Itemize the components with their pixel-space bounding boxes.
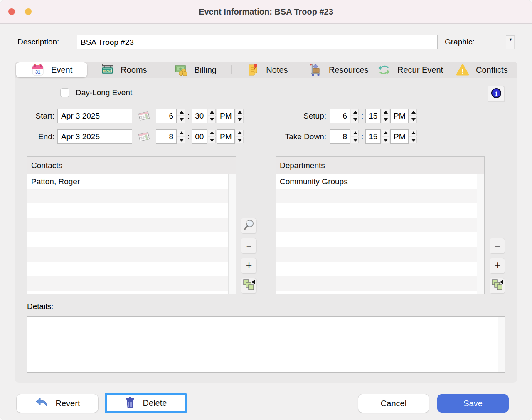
take-down-ampm-field[interactable] [390,129,409,144]
list-item[interactable] [276,247,477,262]
setup-ampm-field[interactable] [390,109,409,123]
list-item[interactable]: Patton, Roger [27,174,228,189]
description-input[interactable] [77,35,438,49]
details-label: Details: [27,302,53,311]
details-textarea[interactable] [27,317,498,372]
details-box [27,316,505,373]
search-contacts-button[interactable] [241,218,257,233]
list-item[interactable]: Community Groups [276,174,477,189]
close-window-button[interactable] [8,8,15,15]
recur-icon [377,63,391,77]
remove-department-button[interactable]: – [490,238,505,253]
delete-button[interactable]: Delete [105,393,187,413]
end-hour-field[interactable] [156,129,177,144]
list-item[interactable] [276,218,477,232]
cancel-button[interactable]: Cancel [358,394,429,413]
setup-hour-stepper[interactable] [351,109,359,123]
setup-minute-field[interactable] [365,109,381,123]
cancel-label: Cancel [381,399,406,408]
setup-minute-stepper[interactable] [382,109,389,123]
save-button[interactable]: Save [437,394,509,413]
take-down-hour-stepper[interactable] [351,129,359,144]
info-icon: i [491,88,502,100]
calendar-icon: 31 [31,63,45,77]
money-icon [174,63,188,77]
take-down-hour-field[interactable] [330,129,350,144]
tab-rooms-label: Rooms [121,65,147,75]
list-item[interactable] [27,291,228,294]
tab-notes-label: Notes [266,65,288,75]
take-down-minute-field[interactable] [365,129,381,144]
tab-recur-event[interactable]: Recur Event [374,62,446,78]
setup-ampm-stepper[interactable] [409,109,417,123]
end-minute-field[interactable] [192,129,207,144]
start-minute-stepper[interactable] [208,109,216,123]
add-contact-button[interactable]: + [241,258,257,273]
setup-hour-field[interactable] [330,109,350,123]
list-item[interactable] [276,291,477,294]
tab-resources-label: Resources [329,65,369,75]
start-hour-field[interactable] [156,109,177,123]
scrollbar-track[interactable] [477,174,484,294]
assign-multiple-departments-button[interactable] [490,278,505,293]
scrollbar-track[interactable] [498,317,505,372]
departments-header: Departments [276,157,484,174]
plus-icon: + [246,260,252,270]
end-date-field[interactable] [57,129,132,144]
date-picker-calendar-icon[interactable] [137,131,150,143]
minimize-window-button[interactable] [25,8,32,15]
list-item[interactable] [27,218,228,232]
list-item[interactable] [27,203,228,218]
revert-button[interactable]: Revert [17,394,98,413]
list-item[interactable] [276,262,477,276]
search-icon [243,219,255,233]
date-picker-calendar-icon[interactable] [137,110,150,122]
tab-conflicts[interactable]: ! Conflicts [446,62,517,78]
tab-resources[interactable]: Resources [303,62,374,78]
tab-rooms[interactable]: ROOMS Rooms [88,62,159,78]
list-item[interactable] [276,203,477,218]
list-item[interactable] [27,262,228,276]
list-item[interactable] [276,232,477,247]
scrollbar-track[interactable] [228,174,236,294]
start-minute-field[interactable] [192,109,207,123]
start-hour-stepper[interactable] [177,109,185,123]
svg-text:!: ! [461,68,463,75]
tab-event-label: Event [51,65,72,75]
svg-text:i: i [495,90,498,97]
description-label: Description: [17,37,59,47]
take-down-minute-stepper[interactable] [382,129,389,144]
list-item[interactable] [27,247,228,262]
list-item[interactable] [276,276,477,291]
end-hour-stepper[interactable] [177,129,185,144]
tab-conflicts-label: Conflicts [476,65,508,75]
handtruck-icon [308,63,323,77]
tab-billing[interactable]: Billing [160,62,231,78]
day-long-event-checkbox[interactable] [60,88,69,97]
add-department-button[interactable]: + [490,258,505,273]
window-title: Event Information: BSA Troop #23 [0,0,532,23]
take-down-label: Take Down: [231,132,326,141]
list-item[interactable] [27,276,228,291]
tab-recur-event-label: Recur Event [397,65,443,75]
graphic-dropdown[interactable]: ▼ [506,35,515,49]
list-item[interactable] [27,189,228,203]
assign-multiple-contacts-button[interactable] [241,278,257,293]
tab-notes[interactable]: Notes [231,62,303,78]
end-minute-stepper[interactable] [208,129,216,144]
list-item[interactable] [27,232,228,247]
departments-list: Departments Community Groups [276,156,485,294]
info-button[interactable]: i [488,86,505,101]
delete-label: Delete [143,398,167,408]
take-down-ampm-stepper[interactable] [409,129,417,144]
contacts-list: Contacts Patton, Roger [27,156,236,294]
chevron-down-icon: ▼ [509,37,512,42]
title-bar: Event Information: BSA Troop #23 [0,0,532,24]
plus-icon: + [495,260,501,270]
event-information-dialog: Event Information: BSA Troop #23 Descrip… [0,0,532,420]
list-item[interactable] [276,189,477,203]
start-date-field[interactable] [57,109,132,123]
tab-event[interactable]: 31 Event [16,62,87,77]
time-colon: : [187,111,190,121]
remove-contact-button[interactable]: – [241,238,257,253]
